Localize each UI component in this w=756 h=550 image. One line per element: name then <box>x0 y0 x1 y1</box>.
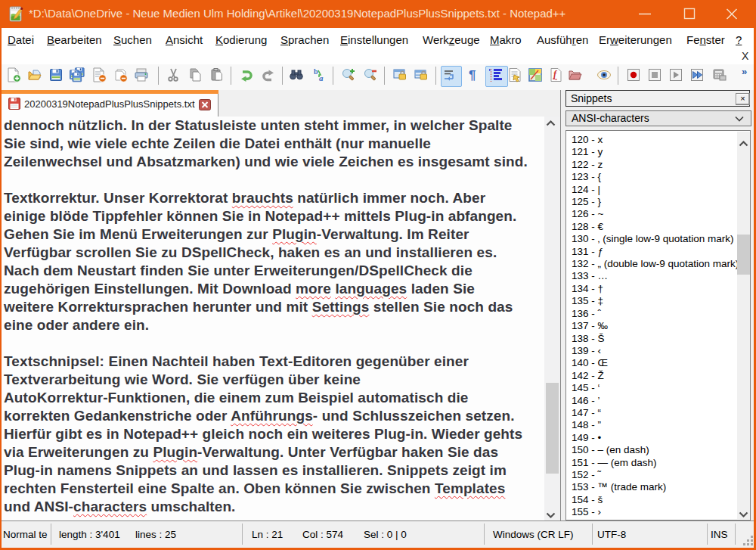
svg-text:b: b <box>314 67 318 76</box>
svg-text:¶: ¶ <box>469 68 476 82</box>
